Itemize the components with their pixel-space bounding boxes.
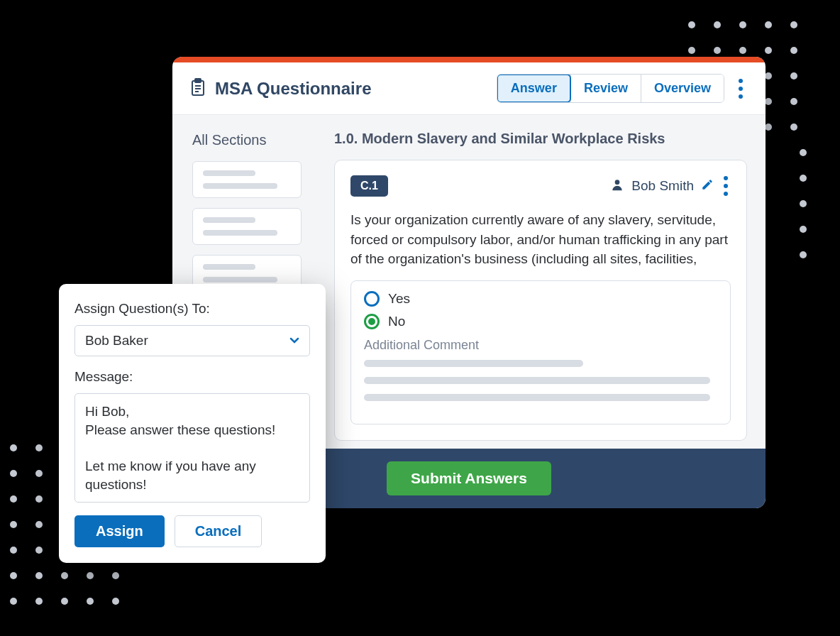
page-title: MSA Questionnaire: [215, 79, 371, 99]
additional-comment-label: Additional Comment: [364, 338, 717, 353]
radio-unselected-icon: [364, 291, 380, 307]
radio-label: No: [388, 314, 405, 329]
section-heading: 1.0. Modern Slavery and Similar Workplac…: [334, 131, 747, 147]
tab-answer[interactable]: Answer: [497, 74, 571, 103]
radio-option-yes[interactable]: Yes: [364, 291, 717, 307]
comment-placeholder-line: [364, 360, 583, 367]
assign-to-label: Assign Question(s) To:: [74, 301, 310, 317]
assign-button[interactable]: Assign: [74, 515, 165, 547]
radio-option-no[interactable]: No: [364, 314, 717, 329]
message-label: Message:: [74, 369, 310, 385]
answer-box: Yes No Additional Comment: [350, 280, 731, 424]
section-item[interactable]: [192, 208, 302, 245]
comment-placeholder-line: [364, 394, 710, 401]
tab-review[interactable]: Review: [570, 75, 641, 102]
assignee-name: Bob Smith: [631, 178, 694, 194]
decorative-dots-right: [800, 149, 807, 258]
submit-answers-button[interactable]: Submit Answers: [387, 461, 551, 495]
cancel-button[interactable]: Cancel: [175, 515, 262, 547]
main-panel: 1.0. Modern Slavery and Similar Workplac…: [314, 115, 766, 449]
tab-overview[interactable]: Overview: [641, 75, 724, 102]
edit-assignee-icon[interactable]: [701, 178, 714, 194]
question-more-menu[interactable]: [721, 173, 731, 199]
svg-point-5: [615, 180, 620, 185]
radio-selected-icon: [364, 314, 380, 329]
question-assignee: Bob Smith: [610, 173, 731, 199]
assign-popover: Assign Question(s) To: Bob Baker Message…: [59, 284, 326, 563]
message-textarea[interactable]: Hi Bob, Please answer these questions! L…: [74, 393, 310, 503]
chevron-down-icon: [289, 335, 299, 346]
vertical-dots-icon: [724, 176, 728, 196]
assignee-select[interactable]: Bob Baker: [74, 325, 310, 356]
clipboard-icon: [189, 78, 206, 99]
selected-assignee: Bob Baker: [85, 333, 148, 349]
question-card: C.1 Bob Smith Is your org: [334, 160, 747, 441]
vertical-dots-icon: [739, 79, 743, 99]
question-text: Is your organization currently aware of …: [350, 210, 731, 269]
section-item[interactable]: [192, 161, 302, 198]
question-code: C.1: [350, 175, 388, 197]
view-tabs: Answer Review Overview: [497, 74, 724, 103]
person-icon: [610, 177, 624, 195]
svg-rect-1: [195, 79, 201, 82]
comment-placeholder-line: [364, 377, 710, 384]
header-more-menu[interactable]: [736, 76, 746, 102]
sidebar-title: All Sections: [192, 132, 302, 148]
radio-label: Yes: [388, 291, 410, 307]
window-header: MSA Questionnaire Answer Review Overview: [172, 62, 766, 115]
accent-stripe: [172, 57, 766, 62]
